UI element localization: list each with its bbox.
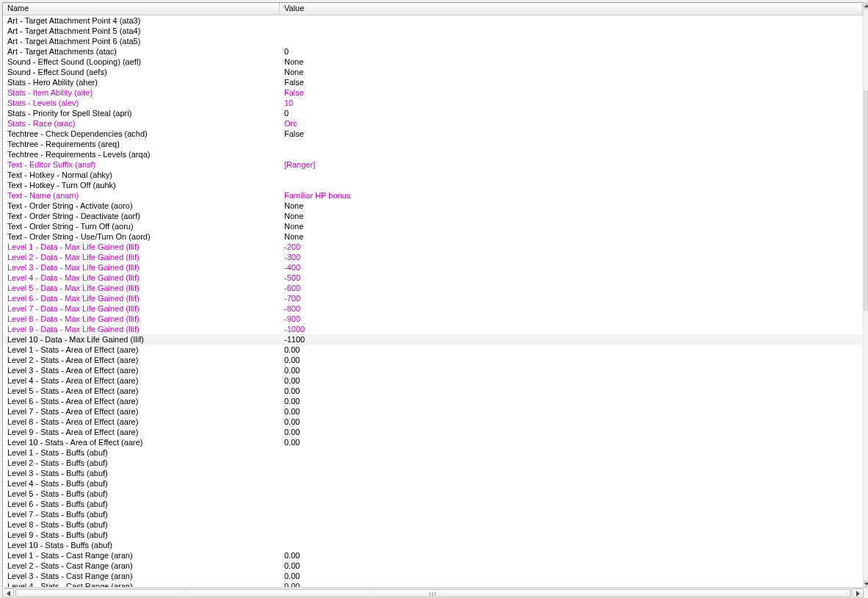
property-row[interactable]: Level 9 - Data - Max Life Gained (Ilif)-…: [3, 324, 863, 334]
horizontal-scroll-thumb[interactable]: ııı: [15, 589, 850, 597]
property-row[interactable]: Level 8 - Stats - Buffs (abuf): [3, 519, 863, 530]
property-row[interactable]: Level 7 - Data - Max Life Gained (Ilif)-…: [3, 303, 863, 314]
property-row[interactable]: Techtree - Requirements - Levels (arqa): [3, 149, 863, 159]
scroll-right-button[interactable]: [852, 588, 864, 598]
property-row[interactable]: Level 7 - Stats - Buffs (abuf): [3, 509, 863, 519]
property-row[interactable]: Level 10 - Stats - Buffs (abuf): [3, 540, 863, 550]
property-row[interactable]: Art - Target Attachment Point 6 (ata5): [3, 36, 863, 46]
property-row[interactable]: Level 2 - Stats - Cast Range (aran)0.00: [3, 561, 863, 571]
property-name: Level 6 - Stats - Area of Effect (aare): [3, 396, 280, 406]
property-row[interactable]: Level 3 - Data - Max Life Gained (Ilif)-…: [3, 262, 863, 273]
property-value: [280, 139, 863, 149]
property-name: Level 4 - Data - Max Life Gained (Ilif): [3, 273, 280, 283]
property-value: [280, 15, 863, 26]
property-row[interactable]: Techtree - Check Dependencies (achd)Fals…: [3, 129, 863, 139]
property-row[interactable]: Stats - Hero Ability (aher)False: [3, 77, 863, 87]
property-row[interactable]: Stats - Priority for Spell Steal (apri)0: [3, 108, 863, 118]
property-row[interactable]: Text - Order String - Activate (aoro)Non…: [3, 201, 863, 211]
property-row[interactable]: Level 3 - Stats - Cast Range (aran)0.00: [3, 571, 863, 581]
property-row[interactable]: Level 9 - Stats - Area of Effect (aare)0…: [3, 427, 863, 437]
vertical-scrollbar[interactable]: [864, 2, 868, 588]
chevron-up-icon: [864, 4, 868, 7]
property-row[interactable]: Level 8 - Stats - Area of Effect (aare)0…: [3, 417, 863, 427]
property-row[interactable]: Level 5 - Stats - Area of Effect (aare)0…: [3, 386, 863, 396]
property-value: -200: [280, 242, 863, 252]
column-header-value[interactable]: Value: [280, 3, 863, 15]
property-value: 0.00: [280, 437, 863, 447]
property-row[interactable]: Level 4 - Stats - Area of Effect (aare)0…: [3, 375, 863, 386]
property-row[interactable]: Level 6 - Stats - Area of Effect (aare)0…: [3, 396, 863, 406]
property-panel: Name Value Art - Target Attachment Point…: [2, 2, 864, 588]
property-row[interactable]: Level 2 - Stats - Buffs (abuf): [3, 458, 863, 468]
property-value: 0.00: [280, 345, 863, 355]
property-row[interactable]: Art - Target Attachments (atac)0: [3, 46, 863, 57]
property-row[interactable]: Text - Hotkey - Turn Off (auhk): [3, 180, 863, 190]
property-row[interactable]: Level 10 - Data - Max Life Gained (Ilif)…: [3, 334, 863, 345]
property-row[interactable]: Level 9 - Stats - Buffs (abuf): [3, 530, 863, 540]
property-row[interactable]: Level 10 - Stats - Area of Effect (aare)…: [3, 437, 863, 447]
property-name: Level 2 - Data - Max Life Gained (Ilif): [3, 252, 280, 262]
property-row[interactable]: Level 5 - Data - Max Life Gained (Ilif)-…: [3, 283, 863, 293]
property-name: Text - Order String - Use/Turn On (aord): [3, 231, 280, 242]
property-row[interactable]: Level 1 - Stats - Buffs (abuf): [3, 447, 863, 458]
property-value: [280, 478, 863, 489]
property-row[interactable]: Text - Order String - Use/Turn On (aord)…: [3, 231, 863, 242]
chevron-left-icon: [7, 591, 10, 597]
property-row[interactable]: Level 2 - Stats - Area of Effect (aare)0…: [3, 355, 863, 365]
property-row[interactable]: Level 1 - Stats - Area of Effect (aare)0…: [3, 345, 863, 355]
property-value: 0.00: [280, 386, 863, 396]
property-row[interactable]: Text - Name (anam)Familiar HP bonus: [3, 190, 863, 201]
property-row[interactable]: Level 3 - Stats - Buffs (abuf): [3, 468, 863, 478]
property-value: 10: [280, 98, 863, 108]
property-row[interactable]: Level 4 - Data - Max Life Gained (Ilif)-…: [3, 273, 863, 283]
property-row[interactable]: Stats - Item Ability (aite)False: [3, 87, 863, 98]
property-row[interactable]: Text - Order String - Deactivate (aorf)N…: [3, 211, 863, 221]
property-row[interactable]: Text - Order String - Turn Off (aoru)Non…: [3, 221, 863, 231]
property-name: Level 5 - Stats - Buffs (abuf): [3, 489, 280, 499]
property-name: Art - Target Attachment Point 4 (ata3): [3, 15, 280, 26]
property-value: 0: [280, 46, 863, 57]
property-name: Level 1 - Data - Max Life Gained (Ilif): [3, 242, 280, 252]
property-rows[interactable]: Art - Target Attachment Point 4 (ata3)Ar…: [3, 15, 863, 587]
property-value: 0.00: [280, 550, 863, 561]
property-row[interactable]: Stats - Levels (alev)10: [3, 98, 863, 108]
property-row[interactable]: Text - Editor Suffix (ansf)[Ranger]: [3, 159, 863, 170]
property-row[interactable]: Level 7 - Stats - Area of Effect (aare)0…: [3, 406, 863, 417]
column-header-name[interactable]: Name: [3, 3, 280, 15]
property-value: [280, 36, 863, 46]
property-row[interactable]: Art - Target Attachment Point 4 (ata3): [3, 15, 863, 26]
property-row[interactable]: Level 1 - Stats - Cast Range (aran)0.00: [3, 550, 863, 561]
property-value: [280, 519, 863, 530]
property-row[interactable]: Sound - Effect Sound (Looping) (aefl)Non…: [3, 57, 863, 67]
property-row[interactable]: Stats - Race (arac)Orc: [3, 118, 863, 129]
property-row[interactable]: Sound - Effect Sound (aefs)None: [3, 67, 863, 77]
scroll-up-button[interactable]: [864, 2, 868, 10]
property-row[interactable]: Level 3 - Stats - Area of Effect (aare)0…: [3, 365, 863, 375]
horizontal-scroll-track[interactable]: ııı: [15, 589, 851, 597]
vertical-scroll-thumb[interactable]: [864, 90, 868, 311]
property-row[interactable]: Level 8 - Data - Max Life Gained (Ilif)-…: [3, 314, 863, 324]
property-name: Level 1 - Stats - Area of Effect (aare): [3, 345, 280, 355]
property-name: Stats - Race (arac): [3, 118, 280, 129]
property-row[interactable]: Art - Target Attachment Point 5 (ata4): [3, 26, 863, 36]
property-row[interactable]: Techtree - Requirements (areq): [3, 139, 863, 149]
property-row[interactable]: Level 1 - Data - Max Life Gained (Ilif)-…: [3, 242, 863, 252]
property-value: -400: [280, 262, 863, 273]
property-name: Level 8 - Data - Max Life Gained (Ilif): [3, 314, 280, 324]
scroll-down-button[interactable]: [864, 580, 868, 588]
horizontal-scrollbar[interactable]: ııı: [2, 588, 864, 598]
property-row[interactable]: Text - Hotkey - Normal (ahky): [3, 170, 863, 180]
property-name: Sound - Effect Sound (Looping) (aefl): [3, 57, 280, 67]
property-value: [280, 499, 863, 509]
property-row[interactable]: Level 4 - Stats - Cast Range (aran)0.00: [3, 581, 863, 587]
property-value: 0.00: [280, 571, 863, 581]
property-name: Level 7 - Data - Max Life Gained (Ilif): [3, 303, 280, 314]
property-row[interactable]: Level 6 - Data - Max Life Gained (Ilif)-…: [3, 293, 863, 303]
property-row[interactable]: Level 4 - Stats - Buffs (abuf): [3, 478, 863, 489]
property-row[interactable]: Level 2 - Data - Max Life Gained (Ilif)-…: [3, 252, 863, 262]
scroll-left-button[interactable]: [2, 588, 14, 598]
property-value: -500: [280, 273, 863, 283]
property-row[interactable]: Level 5 - Stats - Buffs (abuf): [3, 489, 863, 499]
property-name: Level 9 - Stats - Area of Effect (aare): [3, 427, 280, 437]
property-row[interactable]: Level 6 - Stats - Buffs (abuf): [3, 499, 863, 509]
